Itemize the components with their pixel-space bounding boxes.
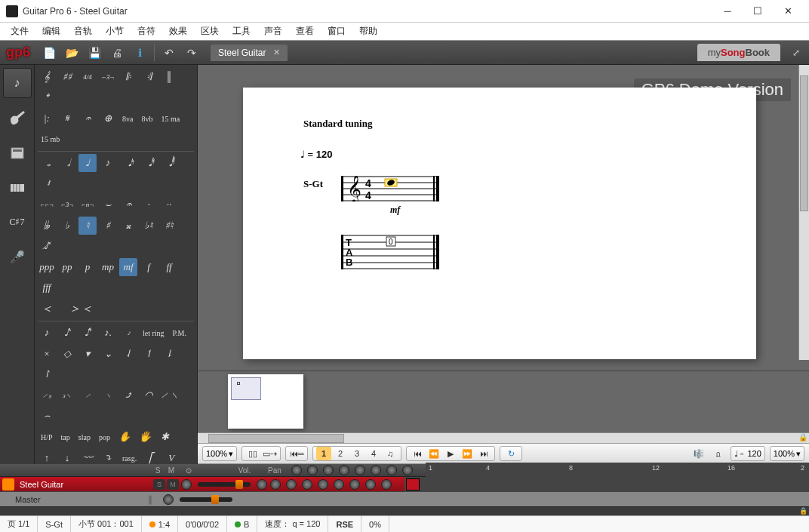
score-canvas[interactable]: GP6 Demo Version Standard tuning ♩ = 120…: [198, 65, 809, 371]
knob-icon[interactable]: [286, 479, 297, 490]
pop-icon[interactable]: pop: [96, 428, 113, 446]
menu-sound[interactable]: 声音: [258, 23, 288, 39]
dynamic-pp[interactable]: pp: [58, 258, 76, 276]
menu-track[interactable]: 音轨: [68, 23, 98, 39]
repeat-alt-icon[interactable]: |:: [38, 109, 56, 128]
tremolo-arm-icon[interactable]: ⤵: [99, 449, 117, 464]
master-volume-slider[interactable]: [180, 497, 232, 502]
region-bar[interactable]: [406, 478, 420, 490]
half-note-icon[interactable]: 𝅗𝅥: [58, 154, 76, 172]
dynamic-ff[interactable]: ff: [160, 258, 178, 276]
coda-icon[interactable]: 𝄌: [38, 88, 56, 106]
ghost-note-icon[interactable]: ♪: [38, 324, 56, 342]
track-color[interactable]: [2, 478, 14, 490]
palm-icon[interactable]: ✋: [115, 428, 134, 446]
fermata-icon[interactable]: 𝄐: [119, 195, 137, 214]
mixer-scrollbar[interactable]: 🔒: [0, 506, 809, 515]
menu-help[interactable]: 帮助: [353, 23, 383, 39]
15mb-icon[interactable]: 15 mb: [38, 130, 63, 148]
timeline-ruler[interactable]: 1 4 8 12 16 2: [426, 463, 809, 478]
knob-icon[interactable]: [270, 479, 281, 490]
accent-icon[interactable]: ♪̇: [58, 324, 76, 342]
letring-icon[interactable]: let ring: [140, 324, 168, 342]
doublesharp-icon[interactable]: 𝄪: [119, 217, 137, 235]
knob-icon[interactable]: [349, 479, 360, 490]
rewind-icon[interactable]: ⏪: [426, 447, 441, 460]
sixteenth-note-icon[interactable]: 𝅘𝅥𝅯: [119, 154, 137, 172]
tuplet-b-icon[interactable]: ⌐n¬: [78, 195, 97, 214]
knob-icon[interactable]: [371, 465, 381, 475]
guitar-tool-icon[interactable]: [3, 103, 32, 133]
keyboard-tool-icon[interactable]: [3, 172, 32, 202]
slide-up-icon[interactable]: ₃⟍: [58, 386, 76, 404]
skip-end-icon[interactable]: ⏭: [476, 447, 491, 460]
legato-icon[interactable]: ⌢: [38, 407, 56, 425]
thirtysecond-note-icon[interactable]: 𝅘𝅥𝅰: [140, 154, 158, 172]
arpeggio-up-icon[interactable]: ↾: [38, 365, 56, 383]
slap-icon[interactable]: slap: [75, 428, 94, 446]
pick-down-icon[interactable]: V: [162, 449, 180, 464]
dynamic-p[interactable]: p: [78, 258, 97, 276]
menu-tool[interactable]: 工具: [226, 23, 257, 39]
tuplet-none-icon[interactable]: ⌐⌐¬: [38, 195, 56, 214]
eighth-note-icon[interactable]: ♪: [99, 154, 117, 172]
view-page-icon[interactable]: ▯▯: [245, 447, 260, 460]
menu-section[interactable]: 区块: [195, 23, 225, 39]
ottava-up-icon[interactable]: 8va: [119, 109, 136, 128]
crescendo-icon[interactable]: ＜: [38, 300, 56, 318]
knob-icon[interactable]: [386, 465, 397, 475]
loop-icon[interactable]: ↻: [503, 447, 518, 460]
document-tab[interactable]: Steel Guitar ✕: [211, 45, 288, 61]
slashnote-icon[interactable]: ♪̸: [38, 237, 56, 255]
ottava-down-icon[interactable]: 8vb: [138, 109, 155, 128]
note-tool-icon[interactable]: ♪: [3, 68, 32, 98]
hold-bend-icon[interactable]: ◠: [140, 386, 158, 404]
repeat-start-icon[interactable]: 𝄆: [119, 68, 137, 86]
heavy-accent-icon[interactable]: ♪̂: [78, 324, 97, 342]
downstroke-icon[interactable]: ▾: [78, 345, 97, 363]
arrow-down-icon[interactable]: ↓: [58, 449, 76, 464]
lock-icon[interactable]: 🔒: [799, 507, 807, 515]
sharp-icon[interactable]: ♯: [99, 217, 117, 235]
redo-icon[interactable]: ↷: [182, 43, 201, 63]
play-icon[interactable]: ▶: [443, 447, 458, 460]
maximize-button[interactable]: ☐: [743, 1, 773, 22]
knob-icon[interactable]: [334, 479, 344, 490]
arrow-up-icon[interactable]: ↑: [38, 449, 56, 464]
bracket-icon[interactable]: ⎡: [142, 449, 160, 464]
view-scroll-icon[interactable]: ▭⇢: [262, 447, 277, 460]
doubleflat-icon[interactable]: 𝄫: [38, 217, 56, 235]
hammerpull-icon[interactable]: H/P: [38, 428, 56, 446]
menu-effect[interactable]: 效果: [163, 23, 193, 39]
chord-tool-icon[interactable]: C♯7: [3, 207, 32, 237]
knob-icon[interactable]: [307, 465, 318, 475]
lock-icon[interactable]: 🔒: [798, 433, 807, 441]
tie-icon[interactable]: ⌣: [99, 195, 117, 214]
close-button[interactable]: ✕: [773, 1, 803, 22]
quarter-note-icon[interactable]: ♩: [78, 154, 97, 172]
slide-down2-icon[interactable]: ⟍: [99, 386, 117, 404]
fullscreen-icon[interactable]: ⤢: [786, 43, 806, 63]
knob-icon[interactable]: [291, 465, 302, 475]
decrescendo-icon[interactable]: ＞＜: [58, 300, 103, 318]
knob-icon[interactable]: [339, 465, 349, 475]
dynamic-f[interactable]: f: [140, 258, 158, 276]
15ma-icon[interactable]: 15 ma: [158, 109, 183, 128]
keysig-icon[interactable]: ♯♯: [58, 68, 76, 86]
track-row[interactable]: Steel Guitar S M: [0, 476, 809, 491]
print-icon[interactable]: 🖨: [107, 43, 127, 63]
natural-icon[interactable]: ♮: [78, 217, 97, 235]
solo-button[interactable]: S: [153, 479, 165, 490]
undo-icon[interactable]: ↶: [159, 43, 179, 63]
menu-edit[interactable]: 编辑: [36, 23, 66, 39]
segno-icon[interactable]: 𝄋: [58, 109, 76, 128]
dead-note-icon[interactable]: ×: [38, 345, 56, 363]
goto-bar4[interactable]: 4: [366, 447, 381, 460]
flat2-icon[interactable]: ♭♮: [140, 217, 158, 235]
tuplet3-icon[interactable]: ⌐3¬: [58, 195, 76, 214]
tempo-display[interactable]: ♩﹦120: [731, 446, 765, 461]
slide-up2-icon[interactable]: ⟋: [78, 386, 97, 404]
info-icon[interactable]: ℹ: [130, 43, 149, 63]
staccato-icon[interactable]: ♪.: [99, 324, 117, 342]
bend-icon[interactable]: ⤴: [119, 386, 137, 404]
